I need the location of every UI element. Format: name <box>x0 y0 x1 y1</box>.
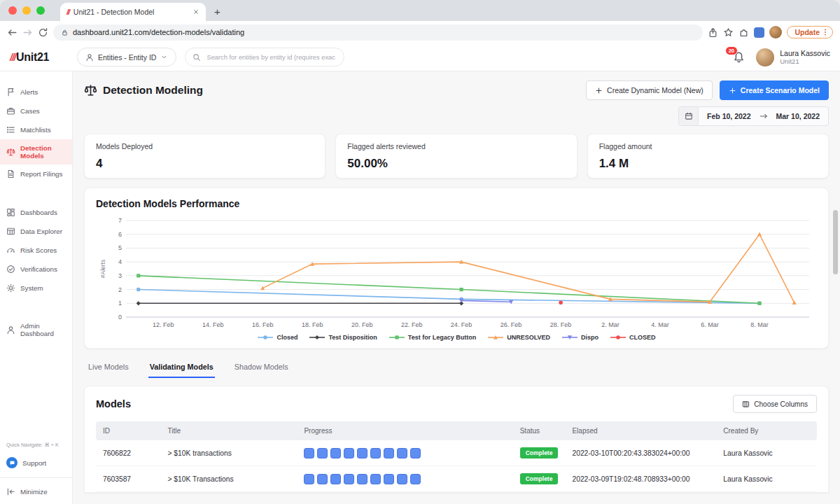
forward-button[interactable] <box>22 27 33 38</box>
plus-icon <box>595 87 603 94</box>
svg-text:22. Feb: 22. Feb <box>401 321 423 328</box>
choose-columns-button[interactable]: Choose Columns <box>733 395 817 413</box>
model-tabs: Live ModelsValidating ModelsShadow Model… <box>84 358 829 378</box>
stat-value: 1.4 M <box>599 157 817 171</box>
progress-segment <box>357 448 368 458</box>
legend-item-closed[interactable]: Closed <box>257 334 298 341</box>
page-title: Detection Modeling <box>103 84 203 97</box>
date-range-picker[interactable]: Feb 10, 2022 Mar 10, 2022 <box>678 106 829 126</box>
column-header-created-by[interactable]: Created By <box>716 421 817 440</box>
sidebar-item-detection-models[interactable]: Detection Models <box>0 139 72 164</box>
back-button[interactable] <box>7 27 18 38</box>
sidebar-item-system[interactable]: System <box>0 279 72 298</box>
date-to[interactable]: Mar 10, 2022 <box>768 112 828 120</box>
browser-profile-avatar[interactable] <box>769 26 782 38</box>
legend-item-unresolved[interactable]: UNRESOLVED <box>487 334 550 341</box>
legend-item-test-disposition[interactable]: Test Disposition <box>309 334 377 341</box>
sidebar-item-label: Alerts <box>20 88 38 96</box>
legend-item-closed[interactable]: CLOSED <box>610 334 656 341</box>
table-icon <box>6 227 15 236</box>
create-scenario-model-button[interactable]: Create Scenario Model <box>720 80 829 100</box>
entity-type-dropdown[interactable]: Entities - Entity ID <box>77 48 176 66</box>
cell-title: > $10K Transactions <box>160 466 297 492</box>
sidebar-item-verifications[interactable]: Verifications <box>0 260 72 279</box>
sidebar-divider <box>0 477 72 478</box>
sidebar-item-matchlists[interactable]: Matchlists <box>0 120 72 139</box>
date-from[interactable]: Feb 10, 2022 <box>699 112 759 120</box>
tab-close-icon[interactable] <box>192 8 200 15</box>
tab-shadow-models[interactable]: Shadow Models <box>233 358 290 378</box>
column-header-status[interactable]: Status <box>513 421 566 440</box>
svg-text:26. Feb: 26. Feb <box>500 321 522 328</box>
detection-modeling-icon <box>84 84 97 97</box>
cell-status: Complete <box>513 440 566 466</box>
progress-segment <box>317 474 328 484</box>
scales-icon <box>6 148 15 157</box>
svg-text:5: 5 <box>118 244 122 251</box>
legend-item-dispo[interactable]: Dispo <box>561 334 598 341</box>
window-minimize-button[interactable] <box>22 6 31 15</box>
flag-icon <box>6 88 15 97</box>
stat-card-flagged-amount: Flagged amount1.4 M <box>587 134 829 178</box>
stat-value: 4 <box>96 157 314 171</box>
entity-search-input[interactable] <box>205 53 337 62</box>
button-label: Create Scenario Model <box>741 86 820 94</box>
share-icon[interactable] <box>708 27 718 38</box>
legend-item-test-for-legacy-button[interactable]: Test for Legacy Button <box>388 334 476 341</box>
cell-status: Complete <box>513 466 566 492</box>
window-zoom-button[interactable] <box>36 6 45 15</box>
unit21-logo: /// Unit21 <box>10 51 69 64</box>
create-dynamic-model-button[interactable]: Create Dynamic Model (New) <box>586 80 713 100</box>
column-header-elapsed[interactable]: Elapsed <box>565 421 716 440</box>
sidebar-item-alerts[interactable]: Alerts <box>0 83 72 102</box>
button-label: Choose Columns <box>754 400 808 408</box>
sidebar-minimize-button[interactable]: Minimize <box>0 482 72 501</box>
sidebar-item-cases[interactable]: Cases <box>0 102 72 120</box>
sidebar-item-label: Admin Dashboard <box>20 322 66 337</box>
extensions-puzzle-icon[interactable] <box>738 27 749 38</box>
search-icon <box>192 53 201 62</box>
gauge-icon <box>6 246 15 255</box>
models-card: Models Choose Columns IDTitleProgressSta… <box>84 386 829 493</box>
user-name: Laura Kassovic <box>780 49 830 58</box>
user-avatar <box>756 48 774 66</box>
tab-live-models[interactable]: Live Models <box>87 358 130 378</box>
address-bar[interactable]: dashboard.unit21.com/detection-models/va… <box>53 24 703 41</box>
column-header-progress[interactable]: Progress <box>297 421 512 440</box>
reload-button[interactable] <box>38 27 48 38</box>
chrome-update-button[interactable]: Update <box>787 26 833 38</box>
svg-text:4: 4 <box>118 258 122 265</box>
new-tab-button[interactable]: + <box>214 6 220 17</box>
sidebar-item-report-filings[interactable]: Report Filings <box>0 164 72 183</box>
browser-menu-icon <box>821 28 830 36</box>
bookmark-star-icon[interactable] <box>723 27 734 38</box>
user-menu[interactable]: Laura Kassovic Unit21 <box>756 48 830 66</box>
sidebar-item-support[interactable]: Support <box>0 452 72 473</box>
extension-icon[interactable] <box>754 27 764 38</box>
progress-segment <box>370 474 381 484</box>
sidebar: AlertsCasesMatchlistsDetection ModelsRep… <box>0 71 73 504</box>
sidebar-item-label: Detection Models <box>20 144 66 160</box>
cell-id: 7606822 <box>96 440 160 466</box>
column-header-title[interactable]: Title <box>160 421 297 440</box>
svg-text:7: 7 <box>118 217 122 224</box>
sidebar-item-dashboards[interactable]: Dashboards <box>0 203 72 222</box>
browser-tab[interactable]: /// Unit21 - Detection Model <box>60 3 206 21</box>
check-circle-icon <box>6 265 15 274</box>
progress-segment <box>410 448 421 458</box>
sidebar-item-data-explorer[interactable]: Data Explorer <box>0 222 72 241</box>
table-row[interactable]: 7603587> $10K TransactionsComplete2022-0… <box>96 466 817 492</box>
sidebar-item-admin-dashboard[interactable]: Admin Dashboard <box>0 317 72 342</box>
sidebar-item-risk-scores[interactable]: Risk Scores <box>0 241 72 260</box>
progress-segment <box>410 474 421 484</box>
progress-segment <box>330 474 341 484</box>
page-scrollbar[interactable] <box>833 210 838 274</box>
column-header-id[interactable]: ID <box>96 421 160 440</box>
window-close-button[interactable] <box>8 6 17 15</box>
svg-text:8. Mar: 8. Mar <box>750 321 769 328</box>
notifications-button[interactable]: 20 <box>733 51 745 63</box>
entity-search[interactable] <box>185 48 344 66</box>
svg-text:18. Feb: 18. Feb <box>302 321 323 328</box>
table-row[interactable]: 7606822> $10K transactionsComplete2022-0… <box>96 440 817 466</box>
tab-validating-models[interactable]: Validating Models <box>148 358 215 378</box>
